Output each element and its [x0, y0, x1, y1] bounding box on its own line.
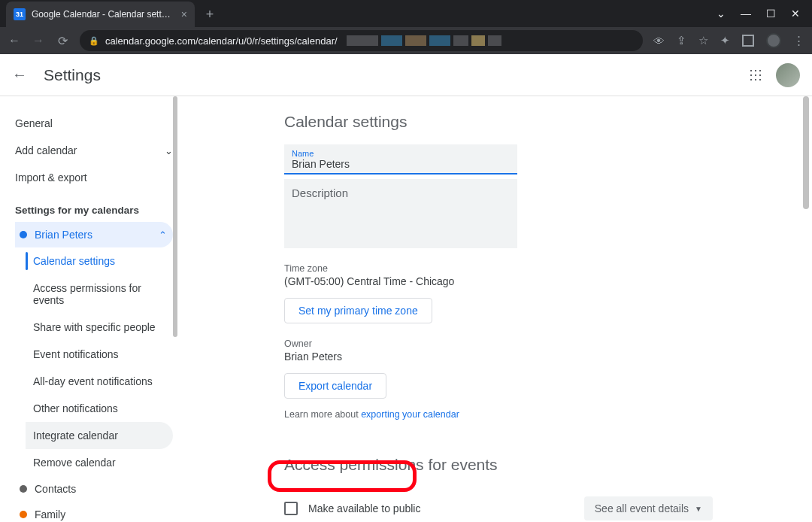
minimize-icon[interactable]: —	[741, 8, 751, 20]
subnav-integrate-calendar[interactable]: Integrate calendar	[26, 422, 173, 449]
reload-button[interactable]: ⟳	[56, 34, 69, 48]
settings-back-arrow[interactable]: ←	[12, 66, 27, 83]
subnav-share-specific-people[interactable]: Share with specific people	[26, 314, 173, 341]
tab-title: Google Calendar - Calendar sett…	[32, 9, 171, 20]
url-text: calendar.google.com/calendar/u/0/r/setti…	[105, 35, 338, 47]
name-field-label: Name	[292, 149, 510, 158]
export-learn-more: Learn more about exporting your calendar	[284, 409, 794, 420]
main-scrollbar[interactable]	[801, 96, 812, 522]
subnav-access-permissions[interactable]: Access permissions for events	[26, 275, 173, 314]
timezone-label: Time zone	[284, 263, 794, 274]
chevron-up-icon: ⌃	[159, 229, 167, 241]
close-tab-icon[interactable]: ×	[181, 8, 187, 20]
forward-button[interactable]: →	[32, 34, 45, 47]
back-button[interactable]: ←	[8, 34, 21, 47]
share-icon[interactable]: ⇪	[677, 34, 686, 47]
maximize-icon[interactable]: ☐	[766, 8, 776, 20]
timezone-value: (GMT-05:00) Central Time - Chicago	[284, 275, 794, 287]
calendar-name-input[interactable]: Name Brian Peters	[284, 144, 517, 175]
subnav-allday-notifications[interactable]: All-day event notifications	[26, 368, 173, 395]
main-content: Calendar settings Name Brian Peters Desc…	[179, 96, 812, 522]
account-avatar[interactable]	[776, 63, 800, 87]
page-title: Settings	[44, 66, 101, 84]
subnav-remove-calendar[interactable]: Remove calendar	[26, 449, 173, 476]
sidebar-scrollbar[interactable]	[171, 96, 179, 522]
event-details-dropdown[interactable]: See all event details ▼	[584, 496, 713, 520]
kebab-menu-icon[interactable]: ⋮	[793, 34, 804, 47]
eye-icon[interactable]: 👁	[653, 35, 665, 47]
calendar-description-input[interactable]: Description	[284, 179, 517, 248]
new-tab-button[interactable]: +	[199, 4, 220, 25]
sidebar-calendar-contacts[interactable]: Contacts	[15, 476, 173, 502]
sidebar-general[interactable]: General	[15, 110, 173, 137]
subnav-event-notifications[interactable]: Event notifications	[26, 341, 173, 368]
sidepanel-icon[interactable]	[742, 35, 754, 47]
description-placeholder: Description	[292, 187, 348, 199]
subnav-other-notifications[interactable]: Other notifications	[26, 395, 173, 422]
owner-value: Brian Peters	[284, 351, 794, 363]
calendar-color-dot	[20, 485, 27, 493]
sidebar-add-calendar[interactable]: Add calendar ⌄	[15, 137, 173, 164]
section-title-calendar-settings: Calendar settings	[284, 113, 794, 131]
calendar-color-dot	[20, 231, 27, 238]
sidebar-calendar-family[interactable]: Family	[15, 502, 173, 522]
sidebar-calendar-brian-peters[interactable]: Brian Peters ⌃	[15, 222, 173, 247]
tab-search-icon[interactable]: ⌄	[717, 8, 726, 20]
tab-favicon: 31	[14, 8, 26, 20]
lock-icon: 🔒	[89, 36, 99, 46]
google-apps-icon[interactable]	[749, 68, 762, 82]
exporting-calendar-link[interactable]: exporting your calendar	[361, 409, 459, 420]
make-public-checkbox[interactable]	[284, 502, 298, 515]
browser-tab[interactable]: 31 Google Calendar - Calendar sett… ×	[6, 2, 195, 27]
close-window-icon[interactable]: ✕	[791, 8, 800, 20]
set-primary-timezone-button[interactable]: Set my primary time zone	[284, 298, 432, 323]
export-calendar-button[interactable]: Export calendar	[284, 373, 386, 399]
sidebar-import-export[interactable]: Import & export	[15, 164, 173, 191]
owner-label: Owner	[284, 338, 794, 349]
profile-chip[interactable]	[766, 33, 781, 48]
bookmark-star-icon[interactable]: ☆	[698, 34, 708, 47]
calendar-color-dot	[20, 511, 27, 518]
sidebar-section-label: Settings for my calendars	[15, 191, 173, 222]
address-bar[interactable]: 🔒 calendar.google.com/calendar/u/0/r/set…	[80, 30, 643, 51]
subnav-calendar-settings[interactable]: Calendar settings	[26, 247, 173, 275]
url-redaction	[347, 35, 501, 46]
make-public-label: Make available to public	[308, 502, 420, 514]
extensions-icon[interactable]: ✦	[720, 34, 730, 47]
caret-down-icon: ▼	[695, 505, 702, 513]
name-field-value: Brian Peters	[292, 158, 510, 170]
settings-sidebar: General Add calendar ⌄ Import & export S…	[0, 96, 179, 522]
section-title-access-permissions: Access permissions for events	[284, 456, 794, 474]
